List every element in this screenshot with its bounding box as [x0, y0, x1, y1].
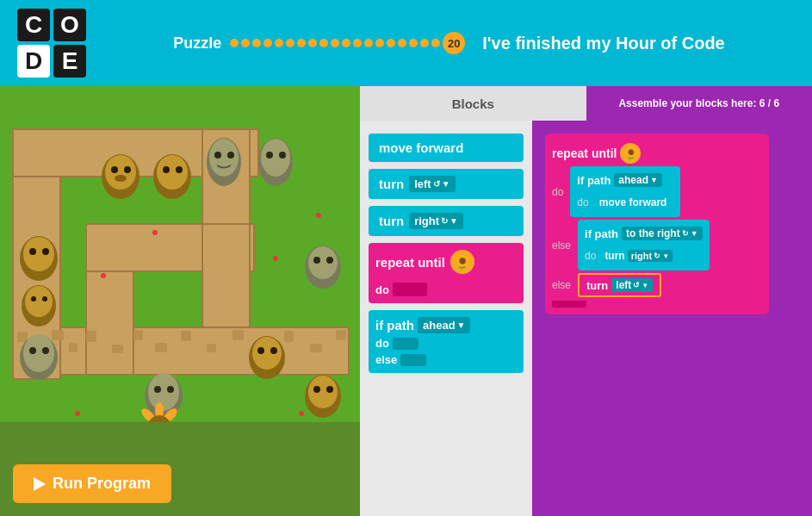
dot-13	[364, 39, 373, 47]
turn-right-nested[interactable]: turn right ↻ ▼	[599, 248, 678, 264]
else-label-1: else	[552, 239, 571, 252]
dot-11	[342, 39, 350, 47]
svg-rect-8	[17, 332, 28, 342]
turn-left-highlighted[interactable]: turn left ↺ ▼	[578, 273, 661, 297]
turn-left-dropdown[interactable]: left ↺ ▼	[409, 176, 455, 192]
turn-right-dropdown[interactable]: right ↻ ▼	[409, 213, 463, 229]
else-label-2: else	[552, 279, 571, 291]
svg-rect-17	[207, 344, 216, 352]
dot-1	[230, 39, 239, 47]
svg-rect-14	[133, 330, 143, 340]
svg-point-73	[313, 386, 320, 393]
svg-point-34	[115, 175, 127, 182]
dot-9	[319, 39, 328, 47]
dot-17	[409, 39, 418, 47]
svg-point-29	[299, 411, 304, 416]
assemble-area: repeat until 🌻 do if path ahead	[532, 121, 812, 516]
svg-point-45	[266, 152, 273, 159]
dot-10	[331, 39, 339, 47]
maze-svg	[0, 86, 360, 422]
svg-point-66	[167, 386, 174, 393]
svg-point-41	[214, 152, 221, 159]
run-triangle-icon	[34, 477, 46, 491]
dot-19	[431, 39, 440, 47]
svg-point-49	[29, 248, 36, 255]
block-move-forward[interactable]: move forward	[369, 134, 524, 162]
svg-rect-15	[155, 343, 167, 352]
svg-point-36	[157, 155, 188, 190]
dot-15	[387, 39, 395, 47]
do-label-1: do	[552, 186, 563, 198]
svg-point-64	[148, 373, 179, 411]
dot-3	[252, 39, 261, 47]
run-button[interactable]: Run Program	[13, 464, 171, 503]
if-path-ahead-block[interactable]: if path ahead ▼ do move forward	[570, 166, 680, 217]
logo-e: E	[53, 45, 86, 78]
dot-4	[263, 39, 272, 47]
svg-point-74	[326, 386, 333, 393]
finished-text: I've finished my Hour of Code	[482, 34, 724, 53]
right-dropdown-nested[interactable]: right ↻ ▼	[628, 250, 673, 262]
dot-current: 20	[443, 32, 465, 54]
repeat-header-row: repeat until 🌻	[552, 143, 762, 164]
do-nested-label-2: do	[585, 250, 596, 262]
svg-point-58	[42, 296, 47, 302]
svg-point-38	[176, 166, 183, 173]
dot-12	[353, 39, 362, 47]
logo-c: C	[17, 9, 50, 41]
dot-14	[375, 39, 384, 47]
svg-point-37	[163, 166, 170, 173]
do-nested-label: do	[577, 196, 588, 208]
svg-point-24	[152, 230, 158, 235]
repeat-until-label: repeat until	[552, 146, 617, 160]
if-path-label-2: if path	[585, 227, 618, 240]
svg-rect-16	[181, 331, 191, 341]
svg-point-60	[252, 337, 282, 370]
svg-rect-6	[202, 224, 250, 327]
dot-2	[241, 39, 250, 47]
code-logo: C O D E	[17, 9, 86, 78]
svg-point-62	[270, 347, 277, 354]
do-row: do if path ahead ▼ do	[552, 166, 762, 217]
svg-point-70	[326, 257, 333, 264]
logo-o: O	[53, 9, 86, 41]
dot-7	[297, 39, 306, 47]
sunflower-icon-assembled: 🌻	[620, 143, 641, 164]
ahead-dropdown[interactable]: ahead ▼	[614, 173, 662, 187]
svg-point-68	[308, 246, 338, 279]
left-dropdown-assembled[interactable]: left ↺ ▼	[611, 278, 653, 292]
if-path-right-block[interactable]: if path to the right ↻ ▼ do tur	[578, 220, 710, 270]
main-content: Run Program Blocks Assemble your blocks …	[0, 86, 812, 516]
svg-rect-18	[232, 330, 244, 340]
dot-8	[308, 39, 317, 47]
logo-d: D	[17, 45, 50, 78]
svg-point-42	[227, 152, 234, 159]
block-turn-left[interactable]: turn left ↺ ▼	[369, 169, 524, 199]
puzzle-dots: 20	[230, 32, 465, 54]
block-repeat-until[interactable]: repeat until 🌻 do	[369, 243, 524, 303]
svg-point-31	[105, 155, 136, 190]
tab-assemble[interactable]: Assemble your blocks here: 6 / 6	[586, 86, 813, 121]
repeat-connector-bottom	[552, 301, 586, 308]
svg-rect-21	[310, 344, 322, 352]
if-path-dropdown[interactable]: ahead ▼	[418, 317, 470, 333]
dot-16	[398, 39, 406, 47]
block-turn-right[interactable]: turn right ↻ ▼	[369, 206, 524, 236]
svg-point-40	[209, 139, 239, 177]
header: C O D E Puzzle 20 I've f	[0, 0, 812, 86]
tab-blocks[interactable]: Blocks	[360, 86, 586, 121]
blocks-list: move forward turn left ↺ ▼ turn right	[360, 121, 532, 516]
else-row-1: else if path to the right ↻ ▼	[552, 220, 762, 270]
svg-point-53	[29, 347, 36, 354]
sunflower-icon-block: 🌻	[450, 250, 474, 274]
svg-point-33	[124, 166, 131, 173]
move-forward-nested[interactable]: move forward	[592, 195, 674, 210]
svg-rect-20	[284, 331, 294, 342]
svg-point-50	[42, 248, 49, 255]
dot-5	[275, 39, 283, 47]
to-the-right-dropdown[interactable]: to the right ↻ ▼	[622, 227, 703, 240]
svg-point-44	[261, 139, 290, 177]
svg-point-57	[31, 296, 36, 302]
block-if-path[interactable]: if path ahead ▼ do else	[369, 310, 524, 373]
svg-point-46	[279, 152, 286, 159]
